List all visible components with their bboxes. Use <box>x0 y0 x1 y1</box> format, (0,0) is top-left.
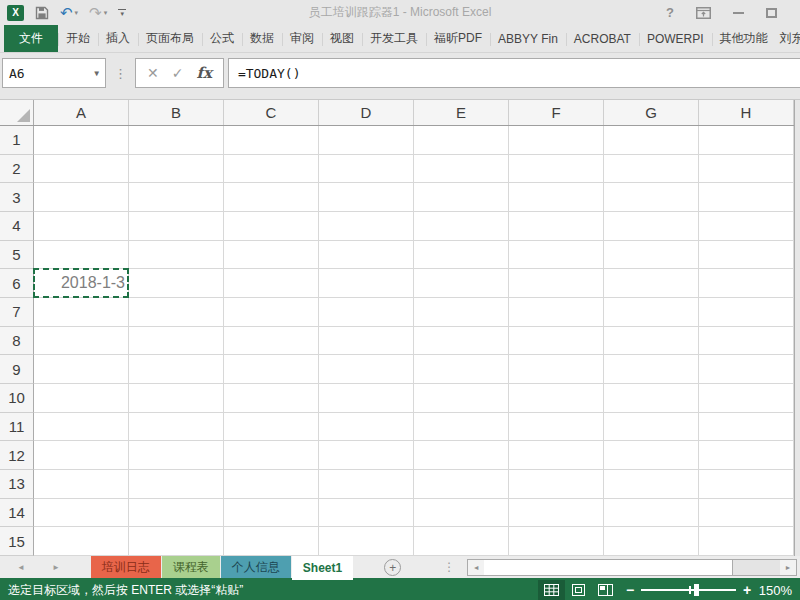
cell-A10[interactable] <box>34 384 129 413</box>
cell-F4[interactable] <box>509 212 604 241</box>
cell-B8[interactable] <box>129 327 224 356</box>
cell-E10[interactable] <box>414 384 509 413</box>
cell-D6[interactable] <box>319 269 414 298</box>
normal-view-button[interactable] <box>538 580 565 600</box>
cell-G2[interactable] <box>604 155 699 184</box>
zoom-in-button[interactable]: + <box>736 582 758 598</box>
account-name[interactable]: 刘东 <box>780 30 800 47</box>
cell-G4[interactable] <box>604 212 699 241</box>
insert-function-icon[interactable]: fx <box>196 64 211 82</box>
cell-D5[interactable] <box>319 241 414 270</box>
cell-A5[interactable] <box>34 241 129 270</box>
cell-E13[interactable] <box>414 470 509 499</box>
cell-E6[interactable] <box>414 269 509 298</box>
tab-bar-dots-icon[interactable]: ⋮ <box>443 560 455 574</box>
ribbon-tab-ABBYY Fin[interactable]: ABBYY Fin <box>490 25 566 52</box>
cell-B11[interactable] <box>129 413 224 442</box>
column-header-E[interactable]: E <box>414 100 509 125</box>
cell-A9[interactable] <box>34 355 129 384</box>
row-header-3[interactable]: 3 <box>0 183 34 212</box>
cell-B1[interactable] <box>129 126 224 155</box>
excel-app-icon[interactable]: X <box>7 5 24 21</box>
cell-A7[interactable] <box>34 298 129 327</box>
sheet-tab-培训日志[interactable]: 培训日志 <box>91 556 161 578</box>
cell-G14[interactable] <box>604 499 699 528</box>
ribbon-tab-其他功能[interactable]: 其他功能 <box>712 25 776 52</box>
row-header-6[interactable]: 6 <box>0 269 34 298</box>
cell-E8[interactable] <box>414 327 509 356</box>
cell-F8[interactable] <box>509 327 604 356</box>
cell-H9[interactable] <box>699 355 794 384</box>
cell-H1[interactable] <box>699 126 794 155</box>
cell-F9[interactable] <box>509 355 604 384</box>
scrollbar-thumb[interactable] <box>484 560 733 575</box>
cell-H6[interactable] <box>699 269 794 298</box>
cell-C7[interactable] <box>224 298 319 327</box>
minimize-button[interactable] <box>733 12 744 14</box>
cell-D3[interactable] <box>319 183 414 212</box>
ribbon-tab-开始[interactable]: 开始 <box>58 25 98 52</box>
cell-D13[interactable] <box>319 470 414 499</box>
cell-B14[interactable] <box>129 499 224 528</box>
cell-E5[interactable] <box>414 241 509 270</box>
redo-dropdown-icon[interactable]: ▾ <box>104 9 108 17</box>
column-header-H[interactable]: H <box>699 100 794 125</box>
ribbon-tab-公式[interactable]: 公式 <box>202 25 242 52</box>
vertical-scrollbar-edge[interactable] <box>794 100 800 556</box>
cell-C15[interactable] <box>224 527 319 556</box>
cell-D9[interactable] <box>319 355 414 384</box>
sheet-nav-left-icon[interactable]: ◄ <box>17 563 25 572</box>
undo-button[interactable]: ↶ ▾ <box>60 5 78 20</box>
cell-A2[interactable] <box>34 155 129 184</box>
cell-A4[interactable] <box>34 212 129 241</box>
cell-D4[interactable] <box>319 212 414 241</box>
cell-B13[interactable] <box>129 470 224 499</box>
cell-C9[interactable] <box>224 355 319 384</box>
cell-D1[interactable] <box>319 126 414 155</box>
sheet-tab-个人信息[interactable]: 个人信息 <box>221 556 291 578</box>
cell-C5[interactable] <box>224 241 319 270</box>
ribbon-tab-福昕PDF[interactable]: 福昕PDF <box>426 25 490 52</box>
cell-H15[interactable] <box>699 527 794 556</box>
column-header-B[interactable]: B <box>129 100 224 125</box>
row-header-15[interactable]: 15 <box>0 527 34 556</box>
cell-D14[interactable] <box>319 499 414 528</box>
cancel-icon[interactable]: ✕ <box>147 65 159 81</box>
cell-G11[interactable] <box>604 413 699 442</box>
cell-G12[interactable] <box>604 441 699 470</box>
row-header-2[interactable]: 2 <box>0 155 34 184</box>
cell-G9[interactable] <box>604 355 699 384</box>
cell-D7[interactable] <box>319 298 414 327</box>
cell-E12[interactable] <box>414 441 509 470</box>
cell-B2[interactable] <box>129 155 224 184</box>
cell-H12[interactable] <box>699 441 794 470</box>
cell-E2[interactable] <box>414 155 509 184</box>
enter-icon[interactable]: ✓ <box>172 65 184 81</box>
cell-H2[interactable] <box>699 155 794 184</box>
zoom-slider[interactable] <box>641 583 736 597</box>
cell-D8[interactable] <box>319 327 414 356</box>
ribbon-tab-视图[interactable]: 视图 <box>322 25 362 52</box>
scroll-left-button[interactable]: ◄ <box>468 560 484 575</box>
cell-H14[interactable] <box>699 499 794 528</box>
column-header-A[interactable]: A <box>34 100 129 125</box>
column-header-F[interactable]: F <box>509 100 604 125</box>
sheet-tab-Sheet1[interactable]: Sheet1 <box>292 556 353 580</box>
zoom-slider-thumb[interactable] <box>694 584 699 596</box>
cell-F12[interactable] <box>509 441 604 470</box>
cell-G7[interactable] <box>604 298 699 327</box>
cell-A3[interactable] <box>34 183 129 212</box>
cell-G3[interactable] <box>604 183 699 212</box>
cell-B3[interactable] <box>129 183 224 212</box>
undo-dropdown-icon[interactable]: ▾ <box>75 9 79 17</box>
save-button[interactable] <box>35 6 49 20</box>
name-box-dropdown-icon[interactable]: ▼ <box>94 69 99 78</box>
cell-H4[interactable] <box>699 212 794 241</box>
cell-E9[interactable] <box>414 355 509 384</box>
cell-C1[interactable] <box>224 126 319 155</box>
cell-H5[interactable] <box>699 241 794 270</box>
ribbon-tab-数据[interactable]: 数据 <box>242 25 282 52</box>
cell-E11[interactable] <box>414 413 509 442</box>
column-header-G[interactable]: G <box>604 100 699 125</box>
scrollbar-track[interactable] <box>733 560 780 575</box>
